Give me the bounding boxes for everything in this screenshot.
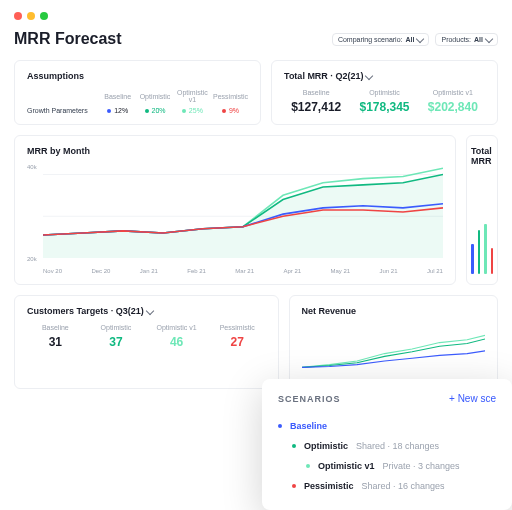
dot-icon — [145, 109, 149, 113]
comparing-value: All — [406, 36, 415, 43]
scenario-name: Optimistic v1 — [318, 461, 375, 471]
chevron-down-icon — [416, 35, 424, 43]
dot-icon — [182, 109, 186, 113]
scenario-meta: Shared · 16 changes — [362, 481, 445, 491]
bar-baseline — [471, 244, 474, 274]
col-baseline: Baseline — [27, 324, 84, 331]
dot-icon — [107, 109, 111, 113]
chevron-down-icon — [365, 72, 373, 80]
net-revenue-chart — [302, 324, 485, 374]
scenario-item[interactable]: Optimistic Shared · 18 changes — [292, 436, 496, 456]
scenario-item[interactable]: Baseline — [278, 416, 496, 436]
x-tick: Mar 21 — [235, 268, 254, 274]
card-title: MRR by Month — [27, 146, 443, 156]
scenario-item[interactable]: Pessimistic Shared · 16 changes — [292, 476, 496, 496]
val-optimistic: $178,345 — [352, 100, 416, 114]
card-title[interactable]: Customers Targets · Q3(21) — [27, 306, 266, 316]
val-baseline: 31 — [27, 335, 84, 349]
scenario-name: Pessimistic — [304, 481, 354, 491]
val-pessimistic: 9% — [229, 107, 239, 114]
col-optimistic-v1: Optimistic v1 — [176, 89, 209, 103]
products-select[interactable]: Products: All — [435, 33, 498, 46]
card-title: Net Revenue — [302, 306, 485, 316]
col-optimistic-v1: Optimistic v1 — [148, 324, 205, 331]
x-tick: Jul 21 — [427, 268, 443, 274]
customers-card: Customers Targets · Q3(21) Baseline Opti… — [14, 295, 279, 389]
col-baseline: Baseline — [284, 89, 348, 96]
mrr-by-month-card: MRR by Month 40k 20k Nov 20 Dec — [14, 135, 456, 285]
assumptions-card: Assumptions Baseline Optimistic Optimist… — [14, 60, 261, 125]
card-title: Total MRR — [471, 146, 493, 166]
dot-icon — [292, 484, 296, 488]
x-tick: May 21 — [330, 268, 350, 274]
products-value: All — [474, 36, 483, 43]
col-baseline: Baseline — [101, 93, 134, 100]
row-growth-params: Growth Parameters — [27, 107, 97, 114]
x-tick: Feb 21 — [187, 268, 206, 274]
val-pessimistic: 27 — [209, 335, 266, 349]
comparing-scenario-select[interactable]: Comparing scenario: All — [332, 33, 430, 46]
chevron-down-icon — [146, 307, 154, 315]
scenario-meta: Private · 3 changes — [383, 461, 460, 471]
comparing-label: Comparing scenario: — [338, 36, 403, 43]
dot-icon — [292, 444, 296, 448]
x-tick: Dec 20 — [91, 268, 110, 274]
val-optimistic-v1: $202,840 — [421, 100, 485, 114]
scenario-name: Optimistic — [304, 441, 348, 451]
val-optimistic: 37 — [88, 335, 145, 349]
y-tick: 20k — [27, 256, 41, 262]
dot-icon — [306, 464, 310, 468]
val-optimistic-v1: 25% — [189, 107, 203, 114]
val-optimistic-v1: 46 — [148, 335, 205, 349]
y-tick: 40k — [27, 164, 41, 170]
card-title: Assumptions — [27, 71, 248, 81]
col-optimistic-v1: Optimistic v1 — [421, 89, 485, 96]
col-optimistic: Optimistic — [138, 93, 171, 100]
bar-optimistic-v1 — [484, 224, 487, 274]
col-optimistic: Optimistic — [88, 324, 145, 331]
window-controls — [14, 8, 498, 30]
col-pessimistic: Pessimistic — [213, 93, 248, 100]
card-title[interactable]: Total MRR · Q2(21) — [284, 71, 485, 81]
scenario-item[interactable]: Optimistic v1 Private · 3 changes — [306, 456, 496, 476]
val-baseline: $127,412 — [284, 100, 348, 114]
popup-title: Scenarios — [278, 394, 341, 404]
bar-optimistic — [478, 230, 481, 274]
dot-icon — [278, 424, 282, 428]
new-scenario-button[interactable]: + New sce — [449, 393, 496, 404]
close-dot[interactable] — [14, 12, 22, 20]
col-pessimistic: Pessimistic — [209, 324, 266, 331]
total-mrr-side-card: Total MRR — [466, 135, 498, 285]
x-tick: Jan 21 — [140, 268, 158, 274]
max-dot[interactable] — [40, 12, 48, 20]
scenario-meta: Shared · 18 changes — [356, 441, 439, 451]
total-mrr-card: Total MRR · Q2(21) Baseline Optimistic O… — [271, 60, 498, 125]
val-baseline: 12% — [114, 107, 128, 114]
net-revenue-card: Net Revenue — [289, 295, 498, 389]
x-tick: Apr 21 — [283, 268, 301, 274]
scenario-name: Baseline — [290, 421, 327, 431]
products-label: Products: — [441, 36, 471, 43]
x-tick: Jun 21 — [380, 268, 398, 274]
dot-icon — [222, 109, 226, 113]
x-tick: Nov 20 — [43, 268, 62, 274]
scenarios-popup: Scenarios + New sce BaselineOptimistic S… — [262, 379, 512, 510]
mrr-line-chart: 40k 20k Nov 20 Dec 20 Jan 21 Feb 21 — [27, 164, 443, 274]
col-optimistic: Optimistic — [352, 89, 416, 96]
val-optimistic: 20% — [152, 107, 166, 114]
min-dot[interactable] — [27, 12, 35, 20]
bar-pessimistic — [491, 248, 494, 274]
chevron-down-icon — [485, 35, 493, 43]
page-title: MRR Forecast — [14, 30, 122, 48]
